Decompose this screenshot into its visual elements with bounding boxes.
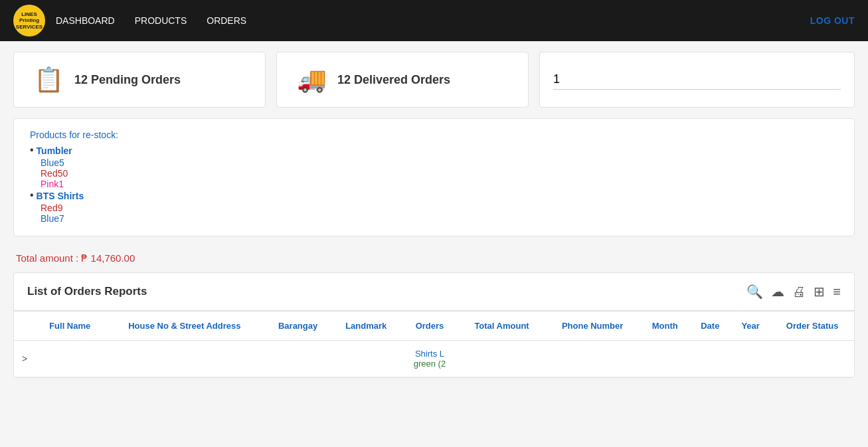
barangay-cell	[264, 341, 331, 377]
restock-list: • Tumbler Blue5 Red50 Pink1 • BTS Shirts…	[30, 145, 838, 224]
col-date: Date	[690, 312, 731, 341]
cloud-upload-icon[interactable]: ☁	[771, 284, 784, 300]
stat-input-card	[539, 52, 855, 108]
pending-icon: 📋	[34, 66, 64, 94]
tumbler-blue5: Blue5	[41, 157, 838, 168]
tumbler-name: Tumbler	[37, 145, 72, 156]
stats-row: 📋 12 Pending Orders 🚚 12 Delivered Order…	[13, 52, 855, 108]
col-year: Year	[731, 312, 770, 341]
total-amount-cell	[458, 341, 545, 377]
orders-table: Full Name House No & Street Address Bara…	[14, 311, 854, 377]
nav-products[interactable]: PRODUCTS	[135, 15, 187, 26]
date-cell	[690, 341, 731, 377]
col-barangay: Barangay	[264, 312, 331, 341]
search-icon[interactable]: 🔍	[746, 284, 763, 300]
print-icon[interactable]: 🖨	[792, 284, 806, 300]
orders-line1: Shirts L	[407, 349, 452, 359]
col-total-amount: Total Amount	[458, 312, 545, 341]
expand-button[interactable]: >	[22, 353, 27, 364]
status-cell	[770, 341, 854, 377]
col-expand	[14, 312, 35, 341]
pending-orders-label: 12 Pending Orders	[74, 73, 181, 87]
columns-icon[interactable]: ⊞	[814, 284, 825, 300]
tumbler-pink1: Pink1	[41, 179, 838, 189]
delivered-orders-card: 🚚 12 Delivered Orders	[276, 52, 529, 108]
logo-text: LINESPrintingSERVICES	[16, 11, 43, 31]
bts-shirts-name: BTS Shirts	[37, 191, 84, 201]
delivered-orders-label: 12 Delivered Orders	[337, 73, 450, 87]
orders-line2: green (2	[407, 359, 452, 369]
nav-orders[interactable]: ORDERS	[207, 15, 246, 26]
filter-icon[interactable]: ≡	[833, 284, 841, 300]
bts-red9: Red9	[41, 203, 838, 213]
pending-orders-card: 📋 12 Pending Orders	[13, 52, 266, 108]
restock-title: Products for re-stock:	[30, 130, 838, 140]
nav-dashboard[interactable]: DASHBOARD	[56, 15, 115, 26]
col-month: Month	[640, 312, 690, 341]
main-content: 📋 12 Pending Orders 🚚 12 Delivered Order…	[0, 41, 868, 389]
phone-cell	[545, 341, 640, 377]
restock-item-tumbler: • Tumbler Blue5 Red50 Pink1	[30, 145, 838, 189]
orders-cell: Shirts L green (2	[400, 341, 458, 377]
total-amount-bar: Total amount : ₱ 14,760.00	[13, 247, 855, 270]
orders-title: List of Orders Reports	[27, 285, 746, 298]
table-header-row: Full Name House No & Street Address Bara…	[14, 312, 854, 341]
col-full-name: Full Name	[35, 312, 104, 341]
bullet-icon-1: •	[30, 144, 34, 156]
full-name-cell	[35, 341, 104, 377]
expand-cell[interactable]: >	[14, 341, 35, 377]
navbar: LINESPrintingSERVICES DASHBOARD PRODUCTS…	[0, 0, 868, 41]
bts-blue7: Blue7	[41, 213, 838, 224]
table-row: > Shirts L green (2	[14, 341, 854, 377]
col-status: Order Status	[770, 312, 854, 341]
col-address: House No & Street Address	[104, 312, 264, 341]
tumbler-red50: Red50	[41, 168, 838, 179]
col-orders: Orders	[400, 312, 458, 341]
bullet-icon-2: •	[30, 189, 34, 201]
address-cell	[104, 341, 264, 377]
restock-section: Products for re-stock: • Tumbler Blue5 R…	[13, 118, 855, 236]
logo: LINESPrintingSERVICES	[13, 5, 45, 37]
orders-header: List of Orders Reports 🔍 ☁ 🖨 ⊞ ≡	[14, 273, 854, 311]
landmark-cell	[331, 341, 400, 377]
restock-item-bts-shirts: • BTS Shirts Red9 Blue7	[30, 191, 838, 224]
month-cell	[640, 341, 690, 377]
stat-input[interactable]	[553, 70, 841, 90]
nav-links: DASHBOARD PRODUCTS ORDERS	[56, 15, 246, 26]
orders-actions: 🔍 ☁ 🖨 ⊞ ≡	[746, 284, 841, 300]
delivered-icon: 🚚	[297, 66, 327, 94]
orders-section: List of Orders Reports 🔍 ☁ 🖨 ⊞ ≡ Full Na…	[13, 272, 855, 378]
logout-button[interactable]: LOG OUT	[810, 15, 855, 26]
col-phone: Phone Number	[545, 312, 640, 341]
year-cell	[731, 341, 770, 377]
col-landmark: Landmark	[331, 312, 400, 341]
